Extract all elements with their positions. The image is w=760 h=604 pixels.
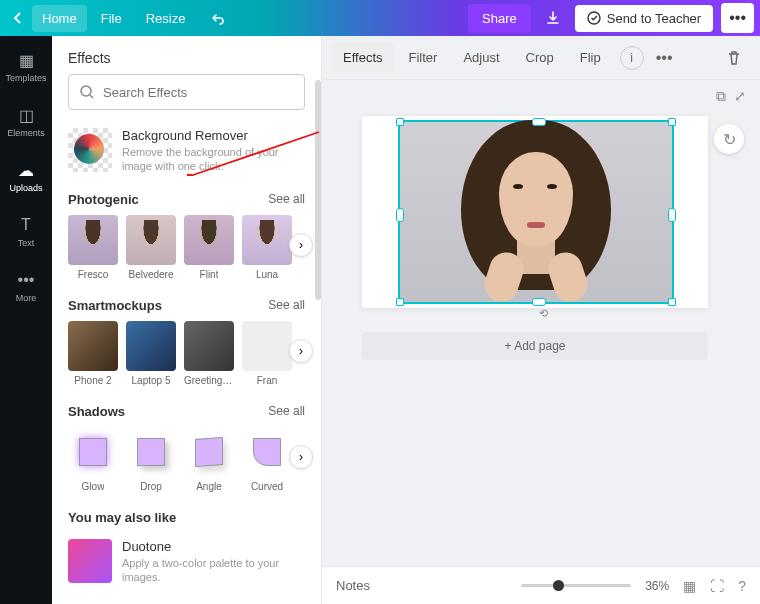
home-button[interactable]: Home [32,5,87,32]
grid-view-icon[interactable]: ▦ [683,578,696,594]
shadow-angle[interactable]: Angle [184,427,234,492]
search-input[interactable] [103,85,294,100]
search-icon [79,84,95,100]
tool-effects[interactable]: Effects [332,43,394,72]
undo-button[interactable] [199,5,235,31]
portrait-image [431,126,641,306]
zoom-slider-thumb[interactable] [553,580,564,591]
rail-elements[interactable]: ◫Elements [7,101,45,142]
shadows-title: Shadows [68,404,125,419]
elements-icon: ◫ [16,105,36,125]
mockup-fran[interactable]: Fran [242,321,292,386]
tool-adjust[interactable]: Adjust [452,43,510,72]
resize-handle[interactable] [532,118,546,126]
resize-menu[interactable]: Resize [136,5,196,32]
tool-flip[interactable]: Flip [569,43,612,72]
search-effects[interactable] [68,74,305,110]
page-1[interactable] [362,116,708,308]
effect-fresco[interactable]: Fresco [68,215,118,280]
duotone-desc: Apply a two-color palette to your images… [122,556,305,585]
back-button[interactable] [6,7,28,29]
tool-filter[interactable]: Filter [398,43,449,72]
bg-remover-title: Background Remover [122,128,305,143]
chevron-right-icon[interactable]: › [289,445,313,469]
bg-remover-thumb [68,128,112,172]
zoom-slider[interactable] [521,584,631,587]
bg-remover-desc: Remove the background of your image with… [122,145,305,174]
photogenic-title: Photogenic [68,192,139,207]
check-circle-icon [587,11,601,25]
rail-uploads[interactable]: ☁Uploads [9,156,42,197]
trash-icon[interactable] [718,46,750,70]
expand-page-icon[interactable]: ⤢ [734,88,746,105]
duotone-thumb [68,539,112,583]
autoflow-icon[interactable]: ⟲ [534,304,552,322]
you-may-title: You may also like [68,510,176,525]
left-rail: ▦Templates ◫Elements ☁Uploads TText •••M… [0,36,52,604]
mockup-phone2[interactable]: Phone 2 [68,321,118,386]
canvas-viewport[interactable]: ⧉ ⤢ [322,80,760,566]
panel-title: Effects [52,36,321,74]
duotone-title: Duotone [122,539,305,554]
mockup-laptop5[interactable]: Laptop 5 [126,321,176,386]
bottom-bar: Notes 36% ▦ ⛶ ? [322,566,760,604]
shadow-drop[interactable]: Drop [126,427,176,492]
rail-templates[interactable]: ▦Templates [5,46,46,87]
fullscreen-icon[interactable]: ⛶ [710,578,724,594]
send-to-teacher-button[interactable]: Send to Teacher [575,5,713,32]
resize-handle[interactable] [396,208,404,222]
add-page-button[interactable]: + Add page [362,332,708,360]
effect-flint[interactable]: Flint [184,215,234,280]
shadow-curved[interactable]: Curved [242,427,292,492]
notes-button[interactable]: Notes [336,578,370,593]
uploads-icon: ☁ [16,160,36,180]
background-remover[interactable]: Background Remover Remove the background… [68,122,305,188]
download-button[interactable] [535,4,571,32]
chevron-right-icon[interactable]: › [289,339,313,363]
redo-fab[interactable]: ↻ [714,124,744,154]
image-toolbar: Effects Filter Adjust Crop Flip i ••• [322,36,760,80]
tool-crop[interactable]: Crop [515,43,565,72]
top-bar: Home File Resize Share Send to Teacher •… [0,0,760,36]
toolbar-more[interactable]: ••• [648,45,681,71]
more-icon: ••• [16,270,36,290]
rail-text[interactable]: TText [16,211,36,252]
effect-belvedere[interactable]: Belvedere [126,215,176,280]
duotone-effect[interactable]: Duotone Apply a two-color palette to you… [68,533,305,591]
more-button[interactable]: ••• [721,3,754,33]
resize-handle[interactable] [396,298,404,306]
file-menu[interactable]: File [91,5,132,32]
svg-point-0 [588,12,600,24]
photogenic-see-all[interactable]: See all [268,192,305,206]
chevron-right-icon[interactable]: › [289,233,313,257]
duplicate-page-icon[interactable]: ⧉ [716,88,726,105]
smartmockups-see-all[interactable]: See all [268,298,305,312]
help-icon[interactable]: ? [738,578,746,594]
shadows-see-all[interactable]: See all [268,404,305,418]
text-icon: T [16,215,36,235]
resize-handle[interactable] [396,118,404,126]
resize-handle[interactable] [668,208,676,222]
share-button[interactable]: Share [468,4,531,33]
shadow-glow[interactable]: Glow [68,427,118,492]
smartmockups-title: Smartmockups [68,298,162,313]
effects-panel: Effects Background Remover Remove the ba… [52,36,322,604]
resize-handle[interactable] [668,298,676,306]
svg-point-1 [81,86,91,96]
templates-icon: ▦ [16,50,36,70]
info-icon[interactable]: i [620,46,644,70]
selected-image[interactable] [398,120,674,304]
effect-luna[interactable]: Luna [242,215,292,280]
canvas-area: Effects Filter Adjust Crop Flip i ••• ⧉ … [322,36,760,604]
rail-more[interactable]: •••More [16,266,37,307]
mockup-greeting[interactable]: Greeting car... [184,321,234,386]
resize-handle[interactable] [668,118,676,126]
panel-scrollbar[interactable] [315,80,321,300]
send-label: Send to Teacher [607,11,701,26]
zoom-level[interactable]: 36% [645,579,669,593]
